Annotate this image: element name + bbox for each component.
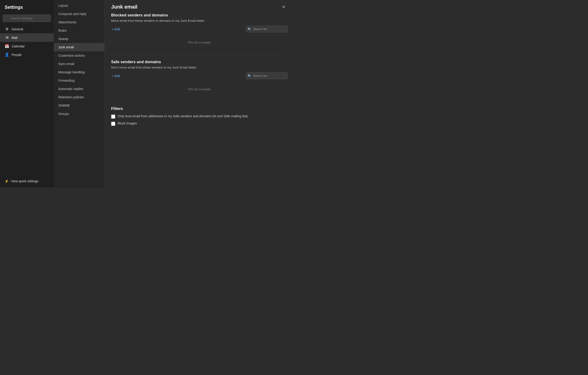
safe-section-desc: Don't move email from these senders to m… <box>111 66 287 69</box>
search-settings-container: 🔍 <box>0 14 54 25</box>
sub-sidebar-item-sync-email[interactable]: Sync email <box>54 60 105 68</box>
sidebar-item-label-general: General <box>11 27 23 31</box>
main-content: Junk email ✕ Blocked senders and domains… <box>105 0 294 187</box>
sub-sidebar-item-layout[interactable]: Layout <box>54 1 105 10</box>
sub-sidebar-item-attachments[interactable]: Attachments <box>54 18 105 26</box>
blocked-search-input[interactable] <box>246 26 287 32</box>
sub-sidebar-item-compose-and-reply[interactable]: Compose and reply <box>54 10 105 18</box>
sub-sidebar-item-automatic-replies[interactable]: Automatic replies <box>54 85 105 93</box>
filters-section: Filters Only trust email from addresses … <box>111 106 287 126</box>
filter-checkbox-block-images[interactable] <box>111 122 115 126</box>
sidebar-bottom: ⚡ View quick settings <box>0 177 54 187</box>
safe-section-toolbar: + Add 🔍 <box>111 72 287 79</box>
sidebar-item-mail[interactable]: ✉ Mail <box>0 33 54 42</box>
sidebar-item-general[interactable]: ⚙ General <box>0 25 54 33</box>
sub-sidebar-item-forwarding[interactable]: Forwarding <box>54 76 105 85</box>
sidebar-item-label-people: People <box>11 53 22 57</box>
sidebar-nav: ⚙ General ✉ Mail 📅 Calendar 👤 People <box>0 25 54 59</box>
search-settings-input[interactable] <box>3 15 51 22</box>
filter-label-block-images: Block images <box>118 122 137 125</box>
calendar-icon: 📅 <box>5 44 9 48</box>
sidebar: Settings 🔍 ⚙ General ✉ Mail 📅 Calendar 👤 <box>0 0 54 187</box>
sidebar-item-people[interactable]: 👤 People <box>0 51 54 59</box>
sub-sidebar-item-smime[interactable]: S/MIME <box>54 101 105 110</box>
blocked-empty-label: This list is empty. <box>111 34 287 51</box>
filter-checkbox-only-trust[interactable] <box>111 114 115 119</box>
blocked-add-button[interactable]: + Add <box>111 26 120 32</box>
blocked-section-desc: Move email from these senders or domains… <box>111 19 287 22</box>
divider-safe-filters <box>111 102 287 102</box>
sidebar-item-view-quick-settings[interactable]: ⚡ View quick settings <box>0 177 54 185</box>
page-title: Junk email <box>111 4 137 10</box>
sub-sidebar-item-groups[interactable]: Groups <box>54 110 105 118</box>
sub-sidebar-item-junk-email[interactable]: Junk email <box>54 43 105 51</box>
blocked-section-toolbar: + Add 🔍 <box>111 26 287 32</box>
quick-settings-icon: ⚡ <box>5 179 9 183</box>
safe-search-input[interactable] <box>246 72 287 79</box>
mail-icon: ✉ <box>5 35 9 40</box>
sidebar-item-label-calendar: Calendar <box>11 44 25 48</box>
gear-icon: ⚙ <box>5 27 9 31</box>
safe-section: Safe senders and domains Don't move emai… <box>111 60 287 98</box>
sub-sidebar-item-rules[interactable]: Rules <box>54 26 105 35</box>
sidebar-item-label-view-quick-settings: View quick settings <box>11 179 38 183</box>
main-body: Blocked senders and domains Move email f… <box>105 13 294 187</box>
safe-add-button[interactable]: + Add <box>111 73 120 79</box>
safe-search-wrapper: 🔍 <box>246 72 287 79</box>
blocked-section-title: Blocked senders and domains <box>111 13 287 18</box>
safe-empty-label: This list is empty. <box>111 81 287 98</box>
blocked-section: Blocked senders and domains Move email f… <box>111 13 287 51</box>
filter-item-block-images: Block images <box>111 122 287 126</box>
main-header: Junk email ✕ <box>105 0 294 13</box>
people-icon: 👤 <box>5 52 9 57</box>
sub-sidebar: Layout Compose and reply Attachments Rul… <box>54 0 105 187</box>
sub-sidebar-item-customize-actions[interactable]: Customize actions <box>54 51 105 60</box>
safe-section-title: Safe senders and domains <box>111 60 287 64</box>
sidebar-item-label-mail: Mail <box>11 36 18 40</box>
filter-label-only-trust: Only trust email from addresses in my Sa… <box>118 114 248 118</box>
filters-title: Filters <box>111 106 287 111</box>
sub-sidebar-item-retention-policies[interactable]: Retention policies <box>54 93 105 101</box>
sub-sidebar-item-message-handling[interactable]: Message handling <box>54 68 105 76</box>
sub-sidebar-item-sweep[interactable]: Sweep <box>54 35 105 43</box>
close-button[interactable]: ✕ <box>280 3 287 11</box>
sidebar-item-calendar[interactable]: 📅 Calendar <box>0 42 54 51</box>
filter-item-only-trust: Only trust email from addresses in my Sa… <box>111 114 287 119</box>
app-title: Settings <box>0 2 54 14</box>
blocked-search-wrapper: 🔍 <box>246 26 287 32</box>
search-input-wrapper: 🔍 <box>3 15 51 22</box>
divider-blocked-safe <box>111 55 287 56</box>
